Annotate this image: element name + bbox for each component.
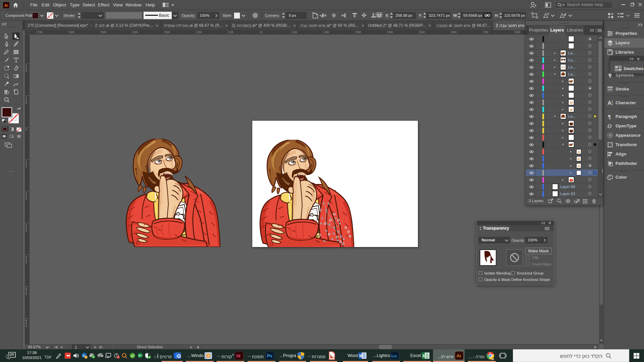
svg-text:Ai: Ai	[457, 353, 461, 358]
svg-text:Id: Id	[236, 353, 240, 358]
svg-text:Ps: Ps	[267, 353, 272, 358]
svg-text:2: 2	[7, 355, 9, 359]
svg-text:PDF: PDF	[330, 357, 334, 359]
svg-text:9+: 9+	[139, 354, 142, 357]
svg-text:¶: ¶	[608, 114, 611, 120]
svg-text:X: X	[422, 354, 425, 358]
svg-text:e: e	[83, 354, 85, 357]
svg-text:A: A	[607, 100, 611, 106]
svg-text:O: O	[607, 123, 611, 129]
svg-text:!: !	[86, 356, 87, 359]
svg-text:W: W	[359, 354, 363, 358]
svg-text:Lrc: Lrc	[391, 354, 397, 358]
